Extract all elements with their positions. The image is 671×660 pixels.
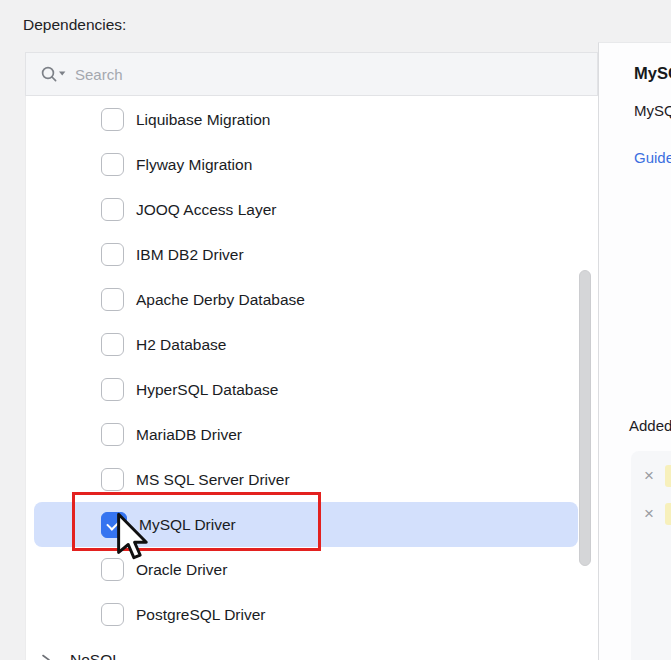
details-panel: MySQL Driver MySQL JDBC driver Guides Ad… bbox=[598, 42, 671, 660]
dependency-label: Liquibase Migration bbox=[136, 111, 270, 129]
scrollbar-thumb[interactable] bbox=[579, 270, 591, 566]
checkbox[interactable] bbox=[101, 512, 127, 538]
dependency-label: MariaDB Driver bbox=[136, 426, 242, 444]
added-dependencies-panel: × × bbox=[631, 451, 671, 660]
dependencies-dialog: Dependencies: Liquibase Migration Flyway… bbox=[0, 0, 671, 660]
group-row-nosql[interactable]: NoSQL bbox=[26, 637, 598, 660]
checkbox[interactable] bbox=[101, 108, 124, 131]
dependency-row[interactable]: MariaDB Driver bbox=[26, 412, 598, 457]
checkbox[interactable] bbox=[101, 243, 124, 266]
dependency-row[interactable]: MS SQL Server Driver bbox=[26, 457, 598, 502]
checkbox[interactable] bbox=[101, 378, 124, 401]
dependency-label: Apache Derby Database bbox=[136, 291, 305, 309]
search-icon[interactable] bbox=[39, 64, 69, 84]
search-bar[interactable] bbox=[25, 52, 598, 96]
dependency-label: JOOQ Access Layer bbox=[136, 201, 276, 219]
dependency-label: IBM DB2 Driver bbox=[136, 246, 244, 264]
dependency-label: Oracle Driver bbox=[136, 561, 227, 579]
dependency-list: Liquibase Migration Flyway Migration JOO… bbox=[26, 96, 598, 637]
dependency-label: MS SQL Server Driver bbox=[136, 471, 290, 489]
dependencies-list-panel: Liquibase Migration Flyway Migration JOO… bbox=[25, 96, 598, 660]
dependency-row[interactable]: Liquibase Migration bbox=[26, 97, 598, 142]
dependencies-heading: Dependencies: bbox=[23, 16, 126, 34]
remove-icon[interactable]: × bbox=[641, 506, 657, 522]
checkbox[interactable] bbox=[101, 468, 124, 491]
dependency-label: MySQL Driver bbox=[139, 516, 236, 534]
checkbox[interactable] bbox=[101, 333, 124, 356]
chevron-right-icon[interactable] bbox=[39, 653, 53, 660]
dependency-row[interactable]: MySQL Driver bbox=[34, 502, 578, 547]
search-input[interactable] bbox=[69, 66, 597, 83]
added-dependencies-heading: Added dependencies bbox=[629, 417, 671, 434]
dependency-label: Flyway Migration bbox=[136, 156, 252, 174]
checkbox[interactable] bbox=[101, 423, 124, 446]
remove-icon[interactable]: × bbox=[641, 468, 657, 484]
checkbox[interactable] bbox=[101, 198, 124, 221]
checkbox[interactable] bbox=[101, 558, 124, 581]
dependency-row[interactable]: Apache Derby Database bbox=[26, 277, 598, 322]
checkbox[interactable] bbox=[101, 603, 124, 626]
dependency-row[interactable]: IBM DB2 Driver bbox=[26, 232, 598, 277]
dependency-label: H2 Database bbox=[136, 336, 226, 354]
added-dependency-row: × bbox=[631, 495, 671, 533]
dependency-row[interactable]: JOOQ Access Layer bbox=[26, 187, 598, 232]
checkbox[interactable] bbox=[101, 153, 124, 176]
dependency-row[interactable]: H2 Database bbox=[26, 322, 598, 367]
dependency-row[interactable]: Oracle Driver bbox=[26, 547, 598, 592]
detail-description: MySQL JDBC driver bbox=[634, 102, 671, 119]
added-dependency-chip bbox=[665, 465, 671, 487]
dependency-row[interactable]: Flyway Migration bbox=[26, 142, 598, 187]
dependency-row[interactable]: HyperSQL Database bbox=[26, 367, 598, 412]
added-dependency-chip bbox=[665, 503, 671, 525]
checkbox[interactable] bbox=[101, 288, 124, 311]
detail-title: MySQL Driver bbox=[634, 64, 671, 83]
added-dependency-row: × bbox=[631, 457, 671, 495]
group-label: NoSQL bbox=[70, 651, 121, 660]
dependency-row[interactable]: PostgreSQL Driver bbox=[26, 592, 598, 637]
dependency-label: HyperSQL Database bbox=[136, 381, 278, 399]
dependency-label: PostgreSQL Driver bbox=[136, 606, 266, 624]
guides-link[interactable]: Guides bbox=[634, 149, 671, 166]
